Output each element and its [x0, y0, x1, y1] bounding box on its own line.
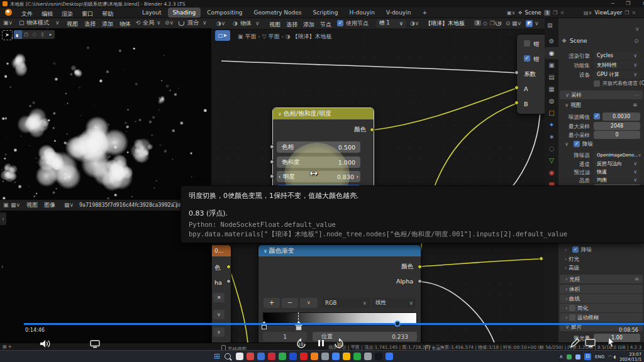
active-tool-select-button[interactable]: ▢➤	[215, 30, 230, 41]
shader-type-dropdown[interactable]: 物体	[240, 21, 252, 27]
image-editor-menu-image[interactable]: 图像	[44, 202, 55, 209]
denoise-checkbox[interactable]: ✓	[574, 141, 580, 147]
object-mode-dropdown[interactable]: 物体模式	[26, 20, 49, 26]
taskbar-app-icon[interactable]	[311, 353, 318, 360]
tray-clock[interactable]: 23:07 2024/11/1	[619, 352, 641, 362]
noise-threshold-checkbox[interactable]: ✓	[594, 113, 600, 119]
scene-selector[interactable]: ▣∨ ❖ Scene 3 ❐ ✕	[507, 9, 564, 16]
image-node-header[interactable]: 0...	[212, 245, 231, 256]
video-scrubber-handle[interactable]	[394, 321, 401, 327]
hsv-node-header[interactable]: ∨ 色相/饱和度/明度	[273, 108, 374, 119]
viewport-menu-item[interactable]: 选择	[84, 20, 96, 28]
material-users-badge[interactable]: 3	[474, 20, 481, 26]
editor-type-icon[interactable]: ▣∨	[3, 20, 13, 26]
viewport-menu-item[interactable]: 物体	[119, 20, 131, 28]
image-editor-type-icon[interactable]: ▣	[3, 202, 9, 208]
taskbar-app-icon[interactable]	[300, 353, 308, 360]
taskbar-app-icon[interactable]	[289, 353, 297, 360]
topbar-menu-item[interactable]: 渲染	[62, 10, 73, 18]
hsv-color-output-socket[interactable]	[370, 128, 374, 132]
mix-b-input-socket[interactable]	[514, 101, 519, 105]
noise-threshold-field[interactable]: 0.0030	[602, 112, 640, 121]
viewlayer-close-icon[interactable]: ✕	[631, 10, 636, 16]
material-slot-dropdown[interactable]: 槽 1∨	[376, 19, 406, 28]
workspace-tab[interactable]: Layout	[137, 8, 167, 18]
taskbar-app-icon[interactable]	[247, 353, 254, 360]
active-tool-icon[interactable]: ➤	[2, 30, 13, 40]
slider-left-arrow-icon[interactable]: ‹	[279, 174, 280, 180]
osl-checkbox[interactable]	[594, 80, 600, 87]
curves-section[interactable]: › 曲线	[560, 294, 643, 303]
denoise-subsection-header[interactable]: ∨	[565, 141, 569, 147]
material-shield-icon[interactable]: ◇	[483, 21, 487, 26]
exposure-field[interactable]: 1.00	[594, 334, 640, 342]
passes-dropdown[interactable]: 反照与法向∨	[594, 160, 640, 168]
image-texture-node-partial[interactable]: 0... 色 ha ✕ ∨ ∨	[211, 244, 231, 344]
taskbar-app-icon[interactable]	[353, 353, 361, 360]
image-node-dropdown-2[interactable]: ∨	[213, 327, 225, 337]
feature-set-dropdown[interactable]: 支持特性∨	[594, 61, 640, 69]
windows-start-icon[interactable]: ⊞	[214, 353, 220, 360]
shader-editor-type-icon[interactable]: ◑∨	[216, 21, 225, 26]
ramp-delete-stop-button[interactable]: −	[282, 298, 298, 308]
quality-dropdown[interactable]: 均衡∨	[594, 176, 640, 184]
select-tweak-button[interactable]: ▖	[14, 30, 22, 39]
screen-share-icon[interactable]	[90, 340, 100, 348]
mix-a-input-socket[interactable]	[514, 85, 519, 90]
magnet-icon[interactable]	[179, 21, 184, 26]
motion-blur-checkbox[interactable]	[569, 314, 575, 321]
topbar-menu-item[interactable]: 文件	[21, 10, 33, 18]
mix-factor-input-socket[interactable]	[514, 70, 519, 75]
volume-icon[interactable]	[39, 339, 52, 348]
min-samples-field[interactable]: 0	[594, 131, 640, 139]
viewport-menu-item[interactable]: 视图	[67, 20, 78, 28]
shader-menu-item[interactable]: 节点	[320, 21, 331, 29]
viewlayer-copy-icon[interactable]: ❐	[625, 10, 629, 16]
ramp-add-stop-button[interactable]: +	[264, 298, 280, 308]
viewlayer-name[interactable]: ViewLayer	[594, 9, 622, 16]
taskbar-app-icon[interactable]	[236, 353, 243, 360]
taskbar-app-icon[interactable]	[321, 353, 329, 360]
workspace-tab[interactable]: Scripting	[308, 8, 343, 18]
shader-menu-item[interactable]: 视图	[269, 21, 280, 29]
select-box-button[interactable]: ▢	[22, 30, 30, 39]
overlay-grid-icon[interactable]: ▦∨	[512, 21, 521, 26]
select-circle-button[interactable]: ◌	[30, 30, 38, 39]
ramp-stop-handle-0[interactable]	[262, 325, 267, 329]
display-mode-icon[interactable]: ▣∨	[507, 10, 515, 16]
clamp-result-checkbox[interactable]	[524, 40, 530, 47]
ramp-alpha-output-socket[interactable]	[418, 279, 422, 283]
colorramp-node-header[interactable]: ∨ 颜色渐变	[258, 245, 421, 256]
preset-list-icon[interactable]: ≡	[633, 102, 638, 108]
render-engine-dropdown[interactable]: Cycles∨	[594, 52, 640, 60]
taskbar-app-icon[interactable]	[386, 353, 393, 360]
ramp-stop-handle-1[interactable]	[296, 326, 302, 331]
tray-expand-icon[interactable]: ∧	[559, 354, 563, 359]
shader-menu-item[interactable]: 添加	[303, 21, 314, 29]
skip-back-icon[interactable]: 10	[294, 338, 308, 348]
image-editor-menu-view[interactable]: 视图	[26, 202, 38, 209]
image-copy-icon[interactable]: ❐	[172, 202, 177, 208]
volumes-section[interactable]: › 体积	[560, 285, 643, 293]
annotate-pencil-icon[interactable]	[569, 337, 580, 349]
tray-network-volume-icons[interactable]: ◠ ◖	[608, 354, 616, 359]
simplify-section[interactable]: › 简化	[560, 304, 643, 312]
tray-language[interactable]: ENG	[595, 354, 604, 359]
mix-node-partial[interactable]: 钳 ✓ 钳 系数 A B	[516, 34, 546, 114]
orientation-dropdown[interactable]: 全局	[143, 20, 154, 26]
viewport-menu-item[interactable]: 添加	[102, 20, 113, 28]
material-preview-icon[interactable]: ◑∨	[410, 21, 419, 26]
tray-cloud-icon[interactable]	[575, 354, 580, 359]
breadcrumb-mesh[interactable]: 平面	[269, 33, 280, 40]
clipped-node-input-socket[interactable]	[539, 256, 543, 261]
light-paths-section[interactable]: › 光程≡	[560, 275, 643, 283]
workspace-tab[interactable]: V-douyin	[381, 8, 416, 18]
image-alpha-output-socket[interactable]	[226, 279, 231, 283]
topbar-menu-item[interactable]: 窗口	[82, 10, 93, 18]
taskbar-app-icon[interactable]	[332, 353, 340, 360]
denoiser-dropdown[interactable]: OpenImageDeno...∨	[594, 151, 640, 159]
taskbar-app-icon[interactable]	[257, 353, 265, 360]
select-more-button[interactable]: ▸	[47, 30, 55, 39]
tray-ime-icon[interactable]: ⊡	[584, 353, 591, 360]
properties-filter-icon[interactable]: ▤	[547, 23, 553, 28]
